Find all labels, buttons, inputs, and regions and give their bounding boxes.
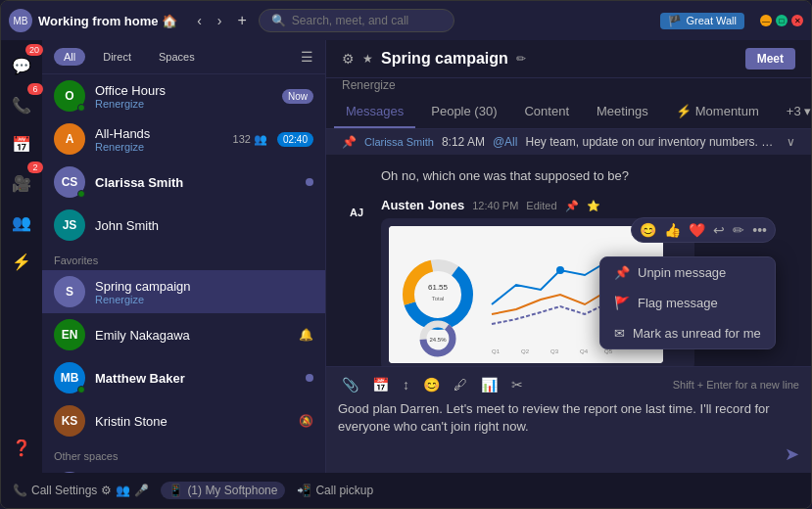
context-menu: 📌 Unpin message 🚩 Flag message ✉ Mark as… [599, 256, 776, 349]
shift-hint: Shift + Enter for a new line [673, 379, 799, 391]
format-button[interactable]: ↕ [399, 375, 413, 394]
list-item[interactable]: A All-Hands Renergize 132👥 02:40 [42, 117, 325, 161]
channel-org: Renergize [326, 78, 811, 96]
avatar: S [54, 276, 85, 307]
chat-name: John Smith [95, 218, 313, 233]
sidebar-icon-meetings[interactable]: 🎥 2 [4, 165, 39, 201]
content-area: ⚙ ★ Spring campaign ✏ Meet Renergize Mes… [326, 40, 811, 473]
sidebar-icon-calls[interactable]: 📞 6 [4, 87, 39, 122]
tab-messages[interactable]: Messages [334, 96, 415, 128]
call-pickup-item[interactable]: 📲 Call pickup [297, 484, 373, 497]
title-bar-right: 🏴 Great Wall — □ ✕ [660, 13, 803, 29]
input-toolbar: 📎 📅 ↕ 😊 🖋 📊 ✂ Shift + Enter for a new li… [338, 375, 799, 394]
nav-back-button[interactable]: ‹ [191, 11, 208, 30]
attach-button[interactable]: 📎 [338, 375, 362, 394]
svg-text:61.55: 61.55 [428, 283, 449, 292]
message-input[interactable]: Good plan Darren. Let's meet to review t… [338, 400, 799, 436]
workspace-title: Working from home 🏠 [38, 14, 177, 28]
chat-sub: Renergize [95, 141, 223, 153]
reply-icon[interactable]: ↩ [713, 222, 725, 238]
nav-controls: ‹ › + [191, 10, 253, 31]
context-menu-item-unpin[interactable]: 📌 Unpin message [600, 257, 775, 288]
messages-area: Oh no, which one was that supposed to be… [326, 155, 811, 366]
avatar: AJ [342, 198, 371, 227]
minimize-button[interactable]: — [760, 15, 772, 26]
heart-icon[interactable]: ❤️ [689, 222, 705, 238]
chat-info: John Smith [95, 218, 313, 233]
emoji-button[interactable]: 😊 [419, 375, 444, 394]
filter-spaces-button[interactable]: Spaces [149, 48, 205, 66]
sidebar-menu-icon[interactable]: ☰ [301, 49, 313, 65]
pinned-time: 8:12 AM [442, 135, 485, 149]
title-bar: MB Working from home 🏠 ‹ › + 🔍 🏴 Great W… [1, 1, 811, 40]
chart-button[interactable]: 📊 [477, 375, 502, 394]
sidebar-icon-apps[interactable]: ⚡ [4, 244, 39, 279]
svg-text:Q2: Q2 [521, 348, 530, 354]
chat-name: Emily Nakagawa [95, 328, 289, 343]
list-item[interactable]: EN Emily Nakagawa 🔔 [42, 313, 325, 356]
more-icon[interactable]: ••• [752, 222, 767, 238]
nav-forward-button[interactable]: › [212, 11, 228, 30]
avatar: UP [54, 472, 85, 473]
avatar: KS [54, 405, 85, 437]
edit-icon[interactable]: ✏ [733, 222, 744, 238]
sidebar-icon-chat[interactable]: 💬 20 [4, 48, 39, 83]
tab-more[interactable]: +3 ▾ [775, 96, 811, 128]
close-button[interactable]: ✕ [791, 15, 803, 26]
maximize-button[interactable]: □ [776, 15, 788, 26]
cut-button[interactable]: ✂ [507, 375, 527, 394]
chat-info: Clarissa Smith [95, 175, 296, 190]
list-item[interactable]: JS John Smith [42, 204, 325, 247]
softphone-item[interactable]: 📱 (1) My Softphone [161, 482, 285, 499]
list-item[interactable]: MB Matthew Baker [42, 356, 325, 399]
sidebar-chat-list: O Office Hours Renergize Now A All-Hands… [42, 74, 325, 473]
emoji-icon[interactable]: 😊 [640, 222, 656, 238]
msg-text: Oh no, which one was that supposed to be… [381, 166, 795, 186]
context-menu-item-flag[interactable]: 🚩 Flag message [600, 288, 775, 318]
pin-icon: 📌 [342, 135, 357, 149]
context-menu-item-unread[interactable]: ✉ Mark as unread for me [600, 318, 775, 348]
pinned-text: Hey team, update on our inventory number… [525, 135, 779, 149]
sidebar-icon-people[interactable]: 👥 [4, 205, 39, 240]
chat-name: Kristin Stone [95, 414, 289, 429]
list-item[interactable]: UP Umar Patel [42, 466, 325, 473]
thumbs-up-icon[interactable]: 👍 [664, 222, 681, 238]
list-item[interactable]: CS Clarissa Smith [42, 161, 325, 204]
call-settings-item[interactable]: 📞 Call Settings ⚙ 👥 🎤 [13, 484, 149, 497]
softphone-icon: 📱 [168, 484, 183, 497]
list-item[interactable]: KS Kristin Stone 🔕 [42, 399, 325, 442]
bell-icon: 🔔 [299, 328, 313, 342]
tab-meetings[interactable]: Meetings [585, 96, 660, 128]
expand-icon[interactable]: ∨ [787, 135, 795, 149]
unread-icon: ✉ [614, 326, 625, 341]
pen-button[interactable]: 🖋 [450, 375, 471, 394]
sidebar-icon-calendar[interactable]: 📅 [4, 126, 39, 162]
title-bar-left: MB Working from home 🏠 ‹ › + 🔍 [9, 9, 660, 32]
calendar-button[interactable]: 📅 [368, 375, 393, 394]
list-item[interactable]: S Spring campaign Renergize [42, 270, 325, 313]
search-input[interactable] [292, 14, 429, 27]
pinned-bar: 📌 Clarissa Smith 8:12 AM @All Hey team, … [326, 129, 811, 155]
filter-direct-button[interactable]: Direct [93, 48, 141, 66]
meet-button[interactable]: Meet [745, 48, 795, 69]
avatar: MB [54, 362, 85, 393]
svg-text:Q3: Q3 [550, 348, 559, 354]
pin-indicator: 📌 [565, 200, 579, 212]
context-label: Mark as unread for me [633, 326, 761, 341]
sidebar-icon-help[interactable]: ❓ [4, 430, 39, 465]
tab-content[interactable]: Content [512, 96, 581, 128]
send-button[interactable]: ➤ [785, 443, 799, 465]
tab-people[interactable]: People (30) [419, 96, 508, 128]
svg-text:Q4: Q4 [580, 348, 589, 354]
tab-momentum[interactable]: ⚡Momentum [664, 96, 771, 128]
new-tab-button[interactable]: + [232, 10, 253, 31]
chat-name: All-Hands [95, 126, 223, 141]
tab-more-button[interactable]: +3 ▾ [775, 96, 811, 128]
chat-info: Spring campaign Renergize [95, 279, 313, 305]
filter-all-button[interactable]: All [54, 48, 85, 66]
chat-info: Office Hours Renergize [95, 83, 272, 110]
chat-sub: Renergize [95, 294, 313, 305]
channel-settings-icon[interactable]: ⚙ [342, 51, 355, 67]
list-item[interactable]: O Office Hours Renergize Now [42, 74, 325, 117]
edit-icon[interactable]: ✏ [516, 52, 526, 66]
